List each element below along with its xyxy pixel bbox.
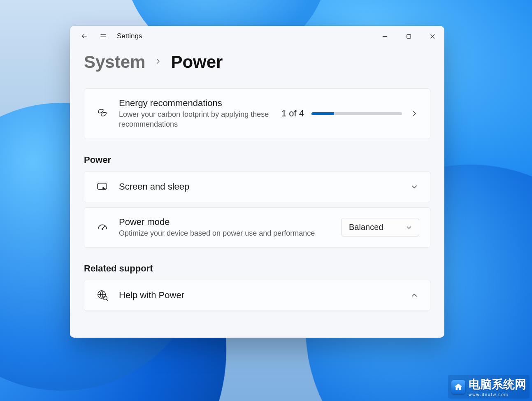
power-mode-title: Power mode (119, 217, 332, 227)
leaf-icon (95, 107, 110, 120)
help-title: Help with Power (119, 290, 400, 301)
breadcrumb-parent[interactable]: System (84, 52, 145, 72)
energy-subtitle: Lower your carbon footprint by applying … (119, 109, 272, 130)
back-button[interactable] (75, 27, 94, 46)
breadcrumb: System Power (84, 52, 430, 72)
svg-rect-4 (407, 34, 410, 38)
power-mode-select[interactable]: Balanced (341, 218, 419, 236)
chevron-right-icon (409, 110, 419, 117)
arrow-left-icon (81, 32, 88, 40)
watermark-text: 电脑系统网 (469, 378, 526, 391)
energy-recommendations-row[interactable]: Energy recommendations Lower your carbon… (84, 88, 430, 139)
power-mode-row: Power mode Optimize your device based on… (84, 207, 430, 248)
screen-and-sleep-row[interactable]: Screen and sleep (84, 171, 430, 202)
chevron-down-icon (409, 183, 419, 190)
svg-point-9 (102, 228, 103, 229)
house-icon (451, 380, 465, 394)
energy-progress (311, 112, 402, 115)
content-area: System Power Energy recommendations Lowe… (70, 46, 444, 338)
section-related-label: Related support (84, 263, 430, 274)
section-power-label: Power (84, 155, 430, 165)
watermark: 电脑系统网 www.dnxtw.com (448, 375, 530, 399)
titlebar: Settings (70, 26, 444, 46)
nav-menu-button[interactable] (94, 27, 113, 46)
chevron-right-icon (154, 58, 162, 67)
screen-sleep-title: Screen and sleep (119, 181, 400, 192)
globe-search-icon (95, 289, 110, 301)
chevron-up-icon (409, 292, 419, 299)
energy-count: 1 of 4 (281, 108, 304, 119)
energy-title: Energy recommendations (119, 98, 272, 109)
gauge-icon (95, 221, 110, 234)
power-mode-subtitle: Optimize your device based on power use … (119, 228, 332, 238)
chevron-down-icon (406, 224, 412, 231)
minimize-button[interactable] (373, 28, 397, 44)
svg-line-12 (107, 299, 108, 301)
help-with-power-row[interactable]: Help with Power (84, 280, 430, 311)
maximize-icon (406, 34, 411, 39)
minimize-icon (382, 34, 388, 39)
close-button[interactable] (420, 28, 444, 44)
power-mode-selected: Balanced (349, 223, 383, 232)
monitor-sleep-icon (95, 181, 110, 193)
breadcrumb-current: Power (171, 52, 223, 72)
watermark-sub: www.dnxtw.com (469, 392, 526, 397)
maximize-button[interactable] (397, 28, 420, 44)
close-icon (430, 34, 435, 39)
app-name: Settings (117, 32, 142, 40)
hamburger-icon (100, 32, 107, 40)
settings-window: Settings System Power (70, 26, 444, 338)
